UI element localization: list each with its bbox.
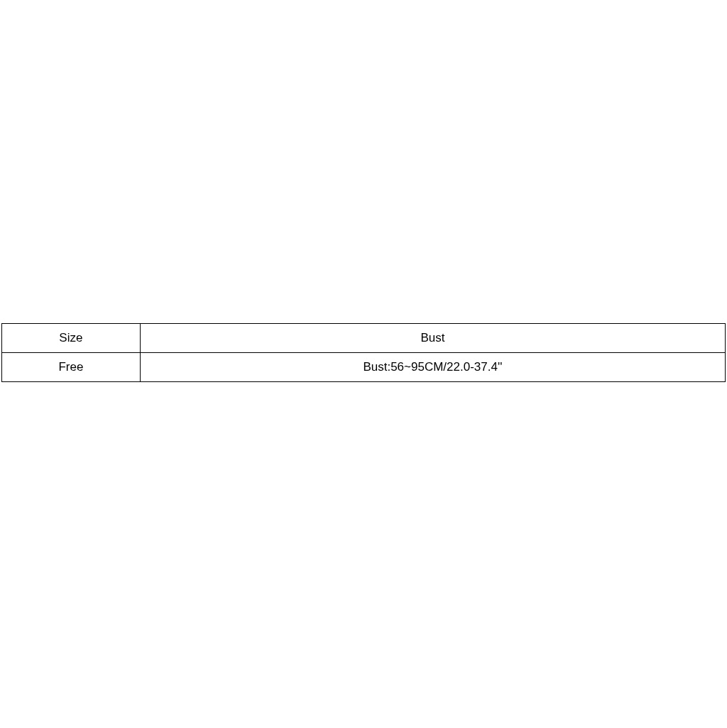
column-header-size: Size: [2, 324, 141, 353]
table-row: Free Bust:56~95CM/22.0-37.4'': [2, 353, 726, 382]
table-header-row: Size Bust: [2, 324, 726, 353]
column-header-bust: Bust: [140, 324, 725, 353]
cell-size: Free: [2, 353, 141, 382]
cell-bust: Bust:56~95CM/22.0-37.4'': [140, 353, 725, 382]
size-chart-table: Size Bust Free Bust:56~95CM/22.0-37.4'': [1, 323, 726, 382]
